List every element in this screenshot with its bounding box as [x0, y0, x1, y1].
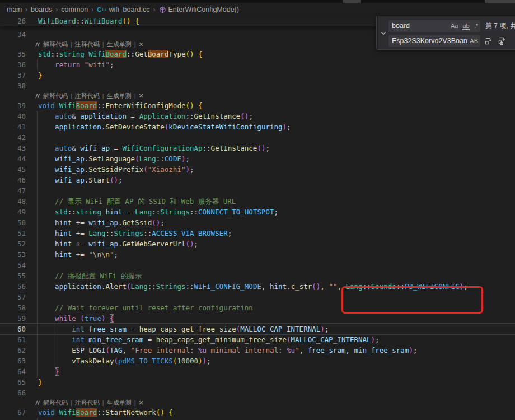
code-line-63: 63 vTaskDelay(pdMS_TO_TICKS(10000));: [0, 356, 515, 366]
line-number: 50: [0, 217, 27, 228]
codelens-separator: |: [102, 40, 104, 49]
code-line-65: 65}: [0, 377, 515, 388]
code-token: [80, 60, 85, 69]
replace-all-button[interactable]: [496, 35, 508, 47]
code-line-61: 61 int min_free_sram = heap_caps_get_min…: [0, 334, 515, 345]
code-token: Lang: [88, 229, 105, 237]
code-line-50: 50 hint += wifi_ap.GetSsid();: [0, 217, 515, 228]
code-token: %u: [287, 346, 295, 354]
line-number: 65: [0, 377, 27, 388]
code-token: "Xiaozhi": [148, 165, 186, 174]
code-token: ;: [375, 335, 380, 344]
codelens-close-icon[interactable]: ✕: [139, 40, 144, 49]
code-token: WifiConfigurationAp: [123, 144, 203, 152]
code-token: ): [185, 165, 190, 174]
editor[interactable]: 34解释代码|注释代码|生成单测|✕35std::string WifiBoar…: [0, 16, 515, 420]
code-token: P3_WIFICONFIG: [405, 282, 460, 291]
code-token: int: [72, 325, 85, 333]
line-number: 52: [0, 239, 27, 249]
codelens-ai-icon: [35, 41, 41, 48]
breadcrumb-separator: ›: [55, 6, 58, 13]
code-line-37: 37}: [0, 70, 515, 81]
line-text: [27, 260, 515, 270]
breadcrumb-item-file[interactable]: wifi_board.cc: [109, 6, 150, 13]
codelens-close-icon[interactable]: ✕: [139, 91, 144, 100]
code-token: Strings: [160, 208, 190, 216]
codelens-row: 解释代码|注释代码|生成单测|✕: [35, 398, 515, 407]
codelens-action-1[interactable]: 注释代码: [75, 40, 100, 49]
code-token: (: [287, 335, 291, 344]
line-number: 59: [0, 313, 27, 324]
code-token: ::: [97, 408, 105, 417]
code-token: ::: [51, 50, 59, 58]
codelens-action-2[interactable]: 生成单测: [107, 40, 132, 49]
code-token: ;: [325, 325, 329, 333]
code-line-46: 46 wifi_ap.Start();: [0, 175, 515, 185]
code-line-51: 51 hint += Lang::Strings::ACCESS_VIA_BRO…: [0, 228, 515, 239]
code-token: std: [55, 208, 68, 216]
code-token: SetDeviceState: [105, 123, 164, 131]
code-token: ): [320, 325, 325, 333]
code-token: Sounds: [371, 282, 396, 291]
line-number: 53: [0, 249, 27, 260]
code-token: application: [55, 123, 101, 131]
code-token: ::: [68, 208, 76, 216]
line-text: hint += Lang::Strings::ACCESS_VIA_BROWSE…: [27, 228, 515, 239]
code-token: ": [295, 346, 299, 354]
code-token: (): [240, 112, 249, 120]
codelens-action-0[interactable]: 解释代码: [43, 91, 68, 100]
code-token: ;: [249, 112, 253, 120]
codelens-action-2[interactable]: 生成单测: [107, 91, 132, 100]
codelens-action-1[interactable]: 注释代码: [75, 398, 100, 407]
code-token: true: [85, 314, 101, 323]
code-token: (): [152, 218, 160, 227]
breadcrumb-item-boards[interactable]: boards: [31, 6, 52, 13]
code-token: ": [88, 250, 93, 259]
codelens-action-1[interactable]: 注释代码: [75, 91, 100, 100]
code-token: ;: [110, 60, 114, 69]
code-token: (: [105, 346, 110, 354]
codelens-action-0[interactable]: 解释代码: [43, 40, 68, 49]
breadcrumb-item-symbol[interactable]: EnterWifiConfigMode(): [168, 6, 239, 13]
line-number: 39: [0, 100, 27, 111]
code-token: hint: [270, 282, 287, 291]
code-line-59: 59 while (true) {: [0, 313, 515, 324]
regex-icon[interactable]: .*: [474, 22, 478, 29]
code-token: GetInstance: [194, 112, 241, 120]
toggle-replace-button[interactable]: [378, 16, 388, 49]
line-number: 35: [0, 49, 27, 59]
code-token: [38, 250, 55, 259]
code-line-39: 39void WifiBoard::EnterWifiConfigMode() …: [0, 100, 515, 111]
line-text: void WifiBoard::EnterWifiConfigMode() {: [27, 100, 515, 111]
line-number: 68: [0, 418, 27, 420]
code-token: (): [185, 50, 194, 58]
line-number: 38: [0, 81, 27, 91]
code-token: [38, 123, 55, 131]
code-token: =: [127, 325, 139, 333]
code-line-48: 48 // 显示 WiFi 配置 AP 的 SSID 和 Web 服务器 URL: [0, 196, 515, 207]
code-token: void: [38, 408, 55, 417]
code-token: ): [409, 346, 413, 354]
code-token: GetWebServerUrl: [123, 240, 186, 248]
replace-one-button[interactable]: [483, 35, 494, 47]
code-token: (): [185, 240, 194, 248]
whole-word-icon[interactable]: ab: [462, 22, 469, 30]
code-token: [38, 112, 55, 120]
code-token: =: [110, 144, 123, 152]
codelens-close-icon[interactable]: ✕: [139, 398, 144, 407]
code-line-44: 44 wifi_ap.SetLanguage(Lang::CODE);: [0, 153, 515, 164]
replace-input[interactable]: Esp32S3Korvo2V3Board AB: [388, 35, 481, 48]
code-token: StartNetwork: [105, 408, 156, 417]
breadcrumb-item-main[interactable]: main: [7, 6, 22, 13]
codelens-action-0[interactable]: 解释代码: [43, 398, 68, 407]
line-text: hint += "\n\n";: [27, 249, 515, 260]
match-case-icon[interactable]: Aa: [451, 22, 458, 29]
line-text: [27, 388, 515, 398]
find-input[interactable]: board Aa ab .*: [388, 20, 481, 32]
code-token: Lang: [346, 282, 363, 291]
preserve-case-icon[interactable]: AB: [470, 38, 478, 44]
breadcrumb-item-common[interactable]: common: [61, 6, 88, 13]
codelens-action-2[interactable]: 生成单测: [107, 398, 132, 407]
codelens-separator: |: [102, 398, 104, 407]
code-line-38: 38: [0, 81, 515, 91]
